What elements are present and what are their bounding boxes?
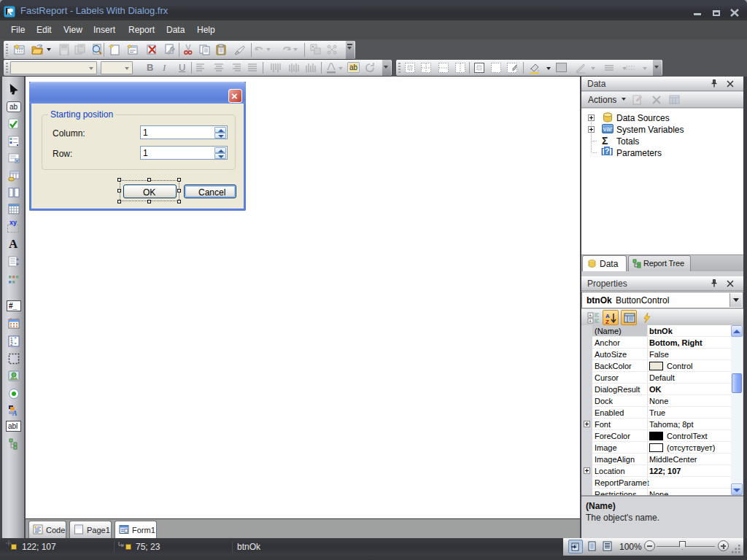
svg-text:+: + xyxy=(589,313,592,318)
svg-text:A: A xyxy=(12,409,18,416)
svg-text:2: 2 xyxy=(10,341,13,346)
svg-text:Z: Z xyxy=(605,319,609,324)
svg-text:+: + xyxy=(589,319,592,324)
